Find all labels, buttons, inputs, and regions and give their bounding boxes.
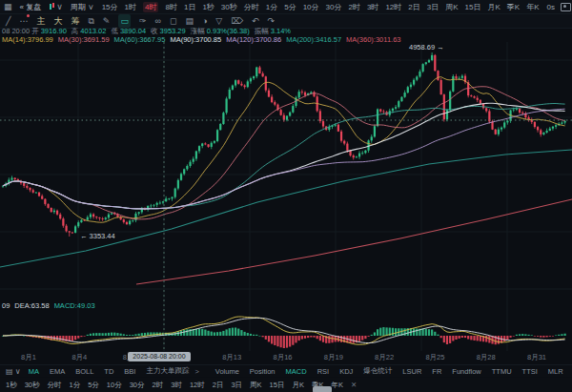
period-button[interactable]: 分时: [244, 2, 259, 12]
x-axis-label: 8月19: [324, 353, 343, 362]
edit-box-icon[interactable]: ▤: [185, 14, 194, 28]
chips-button[interactable]: 筹: [71, 14, 79, 28]
bottom-period-button[interactable]: 10分: [107, 381, 122, 390]
measure-icon[interactable]: ∞: [154, 14, 160, 28]
undo-icon[interactable]: ↶: [252, 14, 259, 28]
period-button[interactable]: 4时: [143, 2, 158, 12]
bottom-period-button[interactable]: 1秒: [6, 381, 17, 390]
tab-fundflow[interactable]: Fundflow: [452, 367, 480, 376]
bottom-period-button[interactable]: 分时: [48, 381, 62, 390]
kline-style-chevron-icon[interactable]: ∨: [56, 2, 63, 11]
period-button[interactable]: 1分: [266, 2, 277, 12]
period-button[interactable]: 12时: [385, 2, 401, 12]
chevron-right-icon[interactable]: >: [194, 367, 198, 376]
period-button[interactable]: 30秒: [221, 2, 237, 12]
period-menu[interactable]: 周期 ∨: [71, 2, 94, 12]
notification-dot: [27, 14, 30, 17]
tab-ttmu[interactable]: TTMU: [492, 367, 512, 376]
line-tool-icon[interactable]: ╱: [6, 14, 10, 28]
tab-ema[interactable]: EMA: [50, 367, 65, 376]
period-button[interactable]: 3日: [427, 2, 439, 12]
period-button[interactable]: 1秒: [202, 2, 214, 12]
tab-ttsi[interactable]: TTSI: [522, 367, 538, 376]
layers-icon[interactable]: ⧉: [88, 14, 93, 28]
select-tool-icon[interactable]: ▭: [118, 14, 131, 28]
tab-fr[interactable]: FR: [432, 367, 441, 376]
period-button[interactable]: 10分: [303, 2, 319, 12]
x-axis-label: 8月25: [425, 353, 444, 362]
indicator-settings-icon[interactable]: ▤ ∨: [6, 367, 21, 376]
main-indicator-button[interactable]: 主: [36, 14, 45, 28]
replay-button[interactable]: « 复盘: [20, 2, 42, 12]
bottom-period-button[interactable]: 30秒: [25, 381, 40, 390]
tab-ma[interactable]: MA: [29, 367, 39, 376]
period-button[interactable]: 8时: [165, 2, 176, 12]
filter-icon[interactable]: ▽: [215, 14, 222, 28]
tab-volume[interactable]: Volume: [215, 367, 239, 376]
candlestick-chart[interactable]: [0, 27, 572, 353]
period-buttons: 15分1时4时8时1日1秒30秒分时1分5分10分30分2时3时12时2日3日周…: [102, 2, 540, 12]
tab-lsur[interactable]: LSUR: [402, 367, 421, 376]
period-button[interactable]: 季K: [507, 2, 520, 12]
screenshot-icon[interactable]: [561, 3, 571, 11]
x-axis-label: 8月22: [375, 353, 394, 362]
period-button[interactable]: 30分: [326, 2, 342, 12]
period-button[interactable]: 2时: [348, 2, 359, 12]
x-axis-label: 8月13: [222, 353, 241, 362]
bottom-period-button[interactable]: 3时: [171, 381, 182, 390]
period-button[interactable]: 2日: [408, 2, 419, 12]
period-button[interactable]: 月K: [487, 2, 500, 12]
bottom-period-button[interactable]: 15日: [270, 381, 285, 390]
indicator-tabs: ▤ ∨ MAEMABOLLTDBBI主力大单跟踪> VolumePosition…: [0, 364, 572, 377]
countdown-timer: 0s: [546, 3, 554, 11]
tab-macd[interactable]: MACD: [286, 367, 307, 376]
bottom-period-button[interactable]: 5分: [88, 381, 99, 390]
bottom-period-button[interactable]: 12时: [190, 381, 205, 390]
tab-position[interactable]: Position: [250, 367, 276, 376]
period-button[interactable]: 5分: [284, 2, 296, 12]
tab-td[interactable]: TD: [104, 367, 113, 376]
redo-icon[interactable]: ↷: [268, 14, 276, 28]
x-axis-label: 8月28: [477, 353, 496, 362]
tab-boll[interactable]: BOLL: [75, 367, 93, 376]
more-tools-icon[interactable]: ⋯: [19, 14, 28, 28]
close-icon[interactable]: ✕: [351, 381, 357, 389]
pencil-icon[interactable]: ✎: [103, 14, 111, 28]
apps-icon[interactable]: ▦: [4, 2, 12, 11]
tab-爆仓统计[interactable]: 爆仓统计: [363, 366, 392, 376]
tab-主力大单跟踪[interactable]: 主力大单跟踪: [146, 366, 189, 376]
tab-kdj[interactable]: KDJ: [339, 367, 353, 376]
period-button[interactable]: 1时: [125, 2, 136, 12]
period-button[interactable]: 周K: [445, 2, 458, 12]
period-button[interactable]: 年K: [526, 2, 539, 12]
period-button[interactable]: 15日: [465, 2, 481, 12]
period-button[interactable]: 3时: [367, 2, 378, 12]
overlay-indicator-tabs: MAEMABOLLTDBBI主力大单跟踪>: [29, 366, 205, 376]
bottom-period-button[interactable]: 1分: [70, 381, 81, 390]
pane-indicator-tabs: VolumePositionMACDRSIKDJ爆仓统计LSURFRFundfl…: [215, 366, 572, 376]
bottom-period-button[interactable]: 年K: [331, 381, 343, 390]
tab-rsi[interactable]: RSI: [317, 367, 330, 376]
x-axis-label: 8月4: [72, 353, 87, 362]
x-axis-label: 8月10: [172, 353, 191, 362]
period-button[interactable]: 15分: [102, 2, 118, 12]
bottom-period-button[interactable]: 月K: [292, 381, 304, 390]
tab-mlr[interactable]: MLR: [548, 367, 563, 376]
topbar-right-group: 0s ✎: [546, 3, 572, 11]
bottom-period-button[interactable]: 2时: [153, 381, 164, 390]
trash-icon[interactable]: ⌦: [231, 14, 243, 28]
top-toolbar: ▦ « 复盘 ∨ 周期 ∨ 15分1时4时8时1日1秒30秒分时1分5分10分3…: [0, 0, 572, 14]
lock-icon[interactable]: ◻: [170, 14, 176, 28]
x-axis: 8月18月48月78月108月138月168月198月228月258月288月3…: [0, 353, 572, 363]
bottom-period-button[interactable]: 3日: [231, 381, 242, 390]
bottom-period-button[interactable]: 30分: [130, 381, 145, 390]
custom-period-row: 1秒30秒分时1分5分10分30分2时3时12时2日3日周K15日月K季K年K✕: [0, 378, 572, 392]
period-button[interactable]: 1日: [184, 2, 195, 12]
pen-icon[interactable]: ✑: [139, 14, 147, 28]
bottom-period-button[interactable]: 2日: [213, 381, 224, 390]
bottom-period-button[interactable]: 周K: [250, 381, 262, 390]
x-axis-label: 8月31: [527, 353, 546, 362]
large-order-button[interactable]: 大: [53, 14, 62, 28]
tab-bbi[interactable]: BBI: [124, 367, 135, 376]
palette-icon[interactable]: ◑: [202, 14, 207, 28]
